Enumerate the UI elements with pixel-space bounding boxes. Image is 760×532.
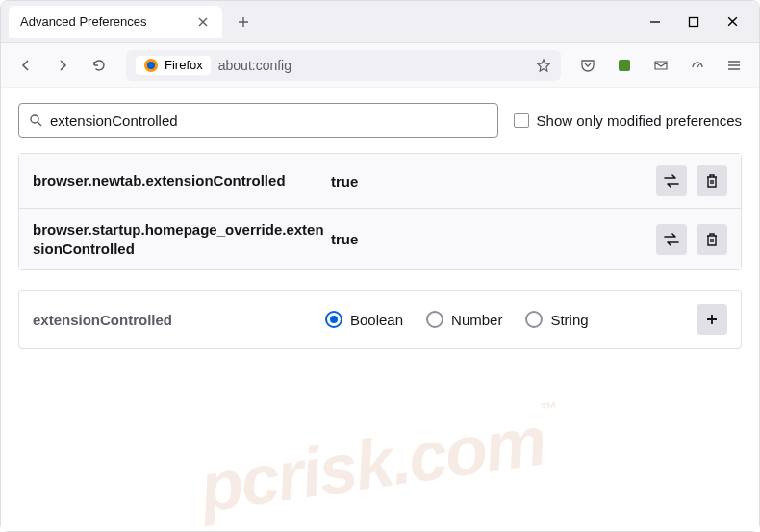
nav-toolbar: Firefox about:config — [1, 43, 759, 88]
forward-button[interactable] — [47, 50, 78, 81]
add-button[interactable] — [697, 304, 727, 335]
preference-value: true — [331, 173, 656, 190]
new-preference-name: extensionControlled — [33, 312, 321, 328]
type-radio-number[interactable]: Number — [426, 311, 502, 328]
dashboard-icon[interactable] — [682, 50, 713, 81]
search-box[interactable] — [18, 103, 498, 138]
radio-label: Number — [451, 312, 502, 328]
new-tab-button[interactable] — [230, 9, 257, 36]
mail-icon[interactable] — [646, 50, 676, 81]
browser-tab[interactable]: Advanced Preferences — [9, 6, 222, 38]
svg-rect-0 — [690, 17, 698, 26]
svg-point-4 — [31, 115, 38, 123]
tab-title: Advanced Preferences — [20, 14, 147, 29]
checkbox-text: Show only modified preferences — [537, 113, 742, 129]
preference-name: browser.startup.homepage_override.extens… — [33, 220, 331, 258]
preference-name: browser.newtab.extensionControlled — [33, 171, 331, 190]
minimize-button[interactable] — [647, 14, 663, 30]
search-input[interactable] — [50, 113, 488, 129]
pocket-icon[interactable] — [572, 50, 603, 81]
svg-rect-3 — [619, 60, 630, 71]
add-preference-section: extensionControlled Boolean Number Strin… — [18, 290, 742, 349]
extension-icon[interactable] — [609, 50, 640, 81]
url-bar[interactable]: Firefox about:config — [126, 50, 561, 81]
firefox-icon — [143, 58, 159, 73]
url-identity-label: Firefox — [165, 58, 203, 72]
toggle-button[interactable] — [656, 224, 687, 255]
modified-only-checkbox[interactable] — [514, 113, 529, 128]
bookmark-star-icon[interactable] — [536, 58, 551, 73]
content-area: Show only modified preferences browser.n… — [1, 88, 759, 531]
titlebar: Advanced Preferences — [1, 1, 759, 43]
radio-icon — [525, 311, 543, 328]
modified-only-checkbox-label[interactable]: Show only modified preferences — [514, 113, 742, 129]
delete-button[interactable] — [697, 165, 727, 196]
radio-label: Boolean — [350, 312, 403, 328]
reload-button[interactable] — [84, 50, 114, 81]
maximize-button[interactable] — [686, 14, 701, 30]
svg-point-2 — [147, 62, 155, 69]
preference-results: browser.newtab.extensionControlled true … — [18, 153, 742, 270]
preference-row: browser.newtab.extensionControlled true — [19, 154, 741, 209]
type-radiogroup: Boolean Number String — [325, 311, 693, 328]
close-tab-icon[interactable] — [195, 14, 211, 30]
url-text: about:config — [218, 58, 528, 73]
radio-label: String — [550, 312, 588, 328]
watermark: pcrisk.com™ — [195, 398, 565, 527]
delete-button[interactable] — [697, 224, 727, 255]
radio-icon — [426, 311, 443, 328]
preference-row: browser.startup.homepage_override.extens… — [19, 209, 741, 269]
menu-button[interactable] — [719, 50, 749, 81]
search-icon — [29, 114, 42, 127]
preference-value: true — [331, 231, 656, 247]
close-window-button[interactable] — [724, 14, 740, 30]
radio-icon — [325, 311, 342, 328]
type-radio-boolean[interactable]: Boolean — [325, 311, 403, 328]
type-radio-string[interactable]: String — [525, 311, 588, 328]
toggle-button[interactable] — [656, 165, 687, 196]
url-identity: Firefox — [136, 56, 211, 75]
back-button[interactable] — [11, 50, 41, 81]
